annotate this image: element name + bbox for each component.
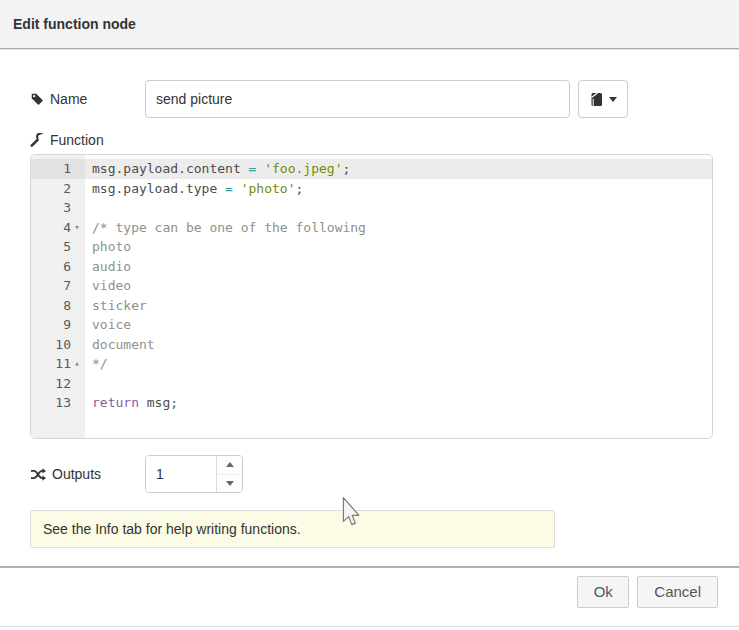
code-line[interactable]: voice: [85, 315, 712, 335]
function-code-editor[interactable]: 1234▾567891011▴1213 msg.payload.content …: [30, 154, 713, 439]
line-number: 10: [31, 335, 85, 355]
outputs-row: Outputs: [30, 455, 711, 493]
shuffle-icon: [30, 467, 46, 482]
code-line[interactable]: msg.payload.content = 'foo.jpeg';: [85, 159, 712, 179]
library-button[interactable]: [578, 80, 628, 118]
fold-close-icon[interactable]: ▴: [71, 354, 83, 374]
name-label: Name: [30, 91, 145, 107]
caret-down-icon: [609, 97, 617, 102]
code-line[interactable]: photo: [85, 237, 712, 257]
code-line[interactable]: document: [85, 335, 712, 355]
code-line[interactable]: return msg;: [85, 393, 712, 413]
line-number: 8: [31, 296, 85, 316]
wrench-icon: [30, 133, 44, 147]
line-number: 3: [31, 198, 85, 218]
spinner-buttons: [216, 456, 242, 492]
book-icon: [590, 92, 604, 107]
function-label: Function: [30, 131, 711, 148]
outputs-input[interactable]: [146, 456, 216, 492]
name-row: Name: [30, 80, 711, 118]
code-line[interactable]: */: [85, 354, 712, 374]
line-number: 5: [31, 237, 85, 257]
line-number: 13: [31, 393, 85, 413]
code-line[interactable]: video: [85, 276, 712, 296]
tag-icon: [30, 92, 44, 106]
info-tip: See the Info tab for help writing functi…: [30, 510, 555, 548]
code-gutter: 1234▾567891011▴1213: [31, 155, 85, 438]
outputs-label-text: Outputs: [52, 466, 101, 482]
outputs-label: Outputs: [30, 466, 145, 482]
outputs-spinner: [145, 455, 243, 493]
dialog-bottom-edge: [0, 626, 739, 627]
code-line[interactable]: [85, 198, 712, 218]
code-line[interactable]: msg.payload.type = 'photo';: [85, 179, 712, 199]
dialog-header: Edit function node: [0, 0, 739, 49]
code-line[interactable]: [85, 374, 712, 394]
line-number: 11▴: [31, 354, 85, 374]
function-label-text: Function: [50, 132, 104, 148]
dialog-title: Edit function node: [13, 16, 136, 32]
line-number: 7: [31, 276, 85, 296]
edit-function-node-dialog: Edit function node Name: [0, 0, 739, 630]
line-number: 9: [31, 315, 85, 335]
name-label-text: Name: [50, 91, 87, 107]
ok-button[interactable]: Ok: [577, 576, 629, 608]
code-line[interactable]: /* type can be one of the following: [85, 218, 712, 238]
dialog-footer: Ok Cancel: [0, 566, 739, 615]
line-number: 6: [31, 257, 85, 277]
code-line[interactable]: sticker: [85, 296, 712, 316]
fold-open-icon[interactable]: ▾: [71, 218, 83, 238]
code-lines[interactable]: msg.payload.content = 'foo.jpeg';msg.pay…: [85, 155, 712, 438]
code-line[interactable]: audio: [85, 257, 712, 277]
arrow-up-icon: [226, 462, 234, 467]
cancel-button[interactable]: Cancel: [637, 576, 718, 608]
line-number: 1: [31, 159, 85, 179]
name-input[interactable]: [145, 80, 570, 118]
line-number: 4▾: [31, 218, 85, 238]
arrow-down-icon: [226, 481, 234, 486]
line-number: 2: [31, 179, 85, 199]
dialog-body: Name: [0, 80, 739, 548]
spinner-down-button[interactable]: [217, 475, 242, 493]
spinner-up-button[interactable]: [217, 456, 242, 475]
info-tip-text: See the Info tab for help writing functi…: [43, 521, 301, 537]
line-number: 12: [31, 374, 85, 394]
